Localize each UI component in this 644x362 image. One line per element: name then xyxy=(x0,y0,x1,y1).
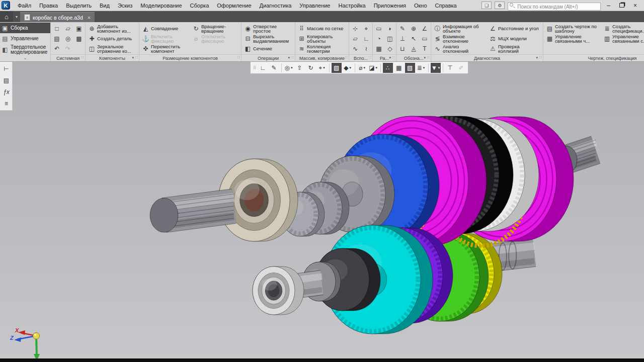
ribbon-item-move-component[interactable]: ✜Переместить компонент xyxy=(140,44,190,54)
ribbon-item-object-info[interactable]: ⓘИнформация об объекте xyxy=(432,24,487,34)
open-document-button[interactable]: ▱ xyxy=(63,24,73,34)
restore-button[interactable] xyxy=(619,3,624,8)
placement-sketch-button[interactable]: ✎ xyxy=(269,63,279,73)
menu-item-8[interactable]: Оформление xyxy=(213,1,255,10)
text-label-button[interactable]: T xyxy=(420,44,430,54)
group-handle-icon[interactable]: ∷ xyxy=(135,55,138,60)
menu-item-12[interactable]: Приложения xyxy=(370,1,410,10)
realistic-render-button[interactable]: ▧ xyxy=(405,63,415,73)
leader-button[interactable]: ↖ xyxy=(409,34,419,44)
layout-grid-button[interactable]: ▦ xyxy=(374,44,384,54)
ribbon-item-rotation-rotation[interactable]: ↻Вращение-вращение xyxy=(191,24,240,34)
aux-axis-button[interactable]: ⌖ xyxy=(361,24,371,34)
orientation-button[interactable]: ⇧ xyxy=(295,63,305,73)
group-dropdown-icon[interactable]: ▾ xyxy=(131,56,135,60)
ribbon-item-simple-hole[interactable]: ◉Отверстие простое xyxy=(243,24,294,34)
model-tree-button[interactable]: ⊢ xyxy=(0,63,13,74)
datum-button[interactable]: ⊥ xyxy=(397,34,408,44)
aux-point-button[interactable]: ⊹ xyxy=(350,24,360,34)
save-as-button[interactable]: ▩ xyxy=(74,34,84,44)
document-tab[interactable]: a коробас в сборе.a3d × xyxy=(20,12,95,22)
part-input-splined-shaft[interactable] xyxy=(150,194,234,232)
angle-dim-button[interactable]: ∠ xyxy=(420,24,430,34)
ribbon-item-collision-check[interactable]: ⚠Проверка коллизий xyxy=(488,44,542,54)
group-handle-icon[interactable]: ∷ xyxy=(392,55,395,60)
display-mode-button[interactable]: ◆▾ xyxy=(343,63,353,73)
aux-plane-button[interactable]: ▱ xyxy=(350,34,360,44)
ribbon-item-manage-linked-drawings[interactable]: ▦Управление связанными ч... xyxy=(544,34,601,44)
toolbar-grip-icon[interactable]: ⠿ xyxy=(252,65,258,70)
ribbon-item-distance-angle[interactable]: ∠Расстояние и угол xyxy=(488,24,542,34)
menu-item-3[interactable]: Выделить xyxy=(62,1,96,10)
layout-sheet-button[interactable]: ▭ xyxy=(374,24,384,34)
redo-button[interactable]: ↷ xyxy=(63,44,73,54)
window-layout-icon[interactable]: ❏ xyxy=(481,2,492,9)
group-dropdown-icon[interactable]: ▾ xyxy=(535,56,539,60)
view-triad-button[interactable]: ⌖▾ xyxy=(317,63,327,73)
base-mark-button[interactable]: ⊔ xyxy=(397,44,408,54)
home-icon[interactable]: ⌂ xyxy=(0,11,13,22)
variables-button[interactable]: ƒx xyxy=(0,86,13,98)
menu-item-7[interactable]: Сборка xyxy=(186,1,213,10)
app-logo-icon[interactable]: K xyxy=(2,1,10,10)
parameters-panel-button[interactable]: ▤ xyxy=(0,74,13,86)
menu-item-11[interactable]: Настройка xyxy=(334,1,369,10)
tolerance-frame-button[interactable]: ▭ xyxy=(420,34,430,44)
menu-item-4[interactable]: Вид xyxy=(96,1,114,10)
interface-settings-icon[interactable]: ⚙ xyxy=(495,2,505,9)
shaded-display-button[interactable]: ▧ xyxy=(332,63,342,73)
mode-tab-management[interactable]: ▤Управление xyxy=(0,33,50,44)
style-picker-button[interactable]: ✐ xyxy=(456,63,466,73)
command-search-input[interactable] xyxy=(508,3,601,11)
new-document-button[interactable]: □ xyxy=(52,24,62,34)
hidden-lines-button[interactable]: ⌀▾ xyxy=(357,63,367,73)
mode-tab-solid-modeling[interactable]: ◧Твердотельное моделирование xyxy=(0,44,50,56)
layers-button[interactable]: ≣▾ xyxy=(416,63,426,73)
menu-item-1[interactable]: Файл xyxy=(14,1,35,10)
group-handle-icon[interactable]: ∷ xyxy=(237,55,240,60)
rotate-view-button[interactable]: ↻ xyxy=(306,63,316,73)
ribbon-item-copy-objects[interactable]: ⊞Копировать объекты xyxy=(296,34,348,44)
zoom-button[interactable]: ◎▾ xyxy=(284,63,294,73)
ribbon-item-deviation-analysis[interactable]: ∿Анализ отклонений xyxy=(432,44,487,54)
layout-shell-button[interactable]: ◗ xyxy=(385,24,395,34)
minimize-button[interactable]: – xyxy=(604,1,613,11)
layout-cup-button[interactable]: ◫ xyxy=(385,34,395,44)
tab-close-icon[interactable]: × xyxy=(88,15,91,21)
ribbon-item-geometry-collection[interactable]: ≋Коллекция геометрии xyxy=(296,44,348,54)
ribbon-item-create-specification[interactable]: ≣Создать спецификаци... xyxy=(602,24,644,34)
group-handle-icon[interactable]: ∷ xyxy=(291,55,294,60)
measure-tool-button[interactable]: ⊤ xyxy=(445,63,455,73)
home-dropdown-icon[interactable]: ▾ xyxy=(13,11,20,22)
layout-fan-button[interactable]: ◔ xyxy=(374,34,384,44)
animation-frames-button[interactable]: ▦ xyxy=(394,63,404,73)
close-button[interactable]: × xyxy=(630,1,640,11)
ribbon-item-cut-extrude[interactable]: ⊟Вырезать выдавливанием xyxy=(243,34,294,44)
ribbon-item-coincidence[interactable]: ◭Совпадение xyxy=(140,24,190,34)
viewport-3d[interactable]: XZ ⊢▤ƒx≡ ⠿∟✎◎▾⇧↻⌖▾▧◆▾⌀▾◪▾∴▦▧≣▾▼▾⊤✐ xyxy=(0,62,644,358)
ribbon-item-create-part[interactable]: ✚Создать деталь xyxy=(87,34,138,44)
mode-tab-assembly[interactable]: ▣Сборка xyxy=(0,23,50,33)
print-button[interactable]: ▤ xyxy=(52,34,62,44)
filter-button[interactable]: ▼▾ xyxy=(431,63,441,73)
group-handle-icon[interactable]: ∷ xyxy=(427,55,430,60)
ribbon-item-section[interactable]: ◧Сечение xyxy=(243,44,294,54)
ribbon-item-enable-fixation[interactable]: ⚓Включить фиксацию xyxy=(140,34,190,44)
menu-item-5[interactable]: Эскиз xyxy=(114,1,136,10)
ribbon-item-create-drawing-template[interactable]: ▤Создать чертеж по шаблону xyxy=(544,24,601,34)
ribbon-item-mass-properties[interactable]: ⚖МЦХ модели xyxy=(488,34,542,44)
part-lower-bearing[interactable] xyxy=(253,266,304,315)
group-dropdown-icon[interactable]: ▾ xyxy=(388,56,392,60)
control-points-button[interactable]: ∴ xyxy=(383,63,393,73)
menu-item-13[interactable]: Окно xyxy=(410,1,431,10)
group-handle-icon[interactable]: ∷ xyxy=(368,55,372,60)
aux-curve-button[interactable]: ≀ xyxy=(361,44,371,54)
menu-item-14[interactable]: Справка xyxy=(431,1,461,10)
ribbon-item-manage-linked-specs[interactable]: ▥Управление связанными с... xyxy=(602,34,644,44)
group-dropdown-icon[interactable]: ▾ xyxy=(423,56,427,60)
panels-list-button[interactable]: ≡ xyxy=(0,98,13,109)
group-dropdown-icon[interactable]: ▾ xyxy=(287,56,291,60)
ribbon-item-grid-array[interactable]: ⠿Массив по сетке xyxy=(296,24,348,34)
ribbon-item-add-component[interactable]: ⊕Добавить компонент из... xyxy=(87,24,138,34)
menu-item-10[interactable]: Управление xyxy=(295,1,334,10)
